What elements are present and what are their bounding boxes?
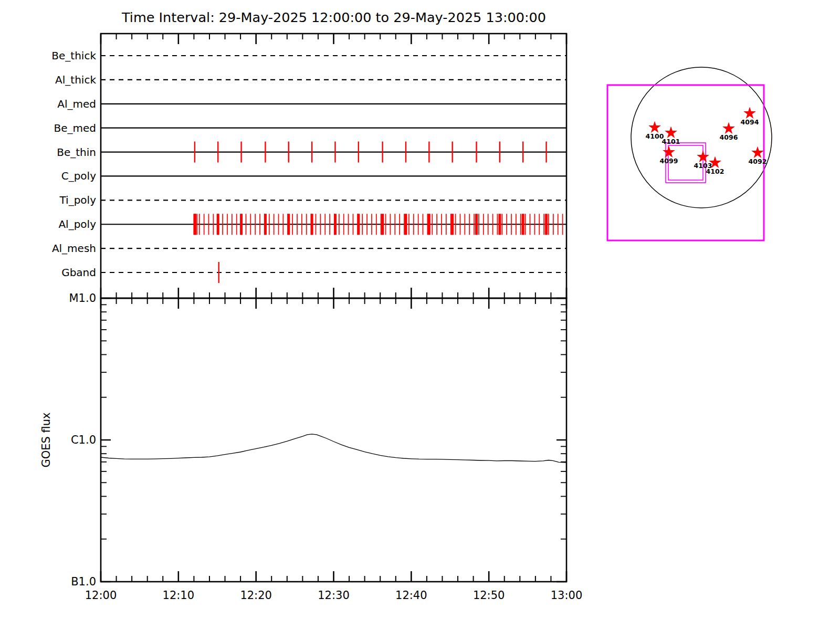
active-region-4094: 4094 bbox=[741, 107, 759, 127]
active-region-star-icon bbox=[665, 127, 677, 139]
active-region-4099: 4099 bbox=[660, 146, 678, 165]
filter-label-Be_med: Be_med bbox=[54, 122, 96, 134]
active-region-star-icon bbox=[663, 146, 675, 158]
goes-xlabel-12:10: 12:10 bbox=[163, 589, 195, 602]
active-region-star-icon bbox=[751, 146, 764, 159]
filter-row-Be_thick: Be_thick bbox=[51, 49, 566, 62]
filter-label-Gband: Gband bbox=[61, 266, 96, 279]
plot-title: Time Interval: 29-May-2025 12:00:00 to 2… bbox=[121, 9, 546, 25]
filter-row-Be_thin: Be_thin bbox=[57, 142, 566, 163]
solar-disk-map: 41004101409941034102409640944092 bbox=[607, 67, 772, 240]
active-region-label-4094: 4094 bbox=[741, 118, 759, 126]
goes-ylabel-C1.0: C1.0 bbox=[71, 434, 96, 446]
active-region-4100: 4100 bbox=[646, 121, 664, 141]
goes-panel-border bbox=[101, 298, 566, 582]
active-region-label-4100: 4100 bbox=[646, 132, 664, 140]
active-region-star-icon bbox=[648, 121, 661, 133]
active-region-4101: 4101 bbox=[662, 127, 680, 146]
goes-y-axis-title: GOES flux bbox=[40, 412, 52, 467]
filter-row-Al_poly: Al_poly bbox=[58, 214, 566, 235]
filter-label-Al_mesh: Al_mesh bbox=[52, 242, 96, 255]
goes-flux-panel: M1.0C1.0B1.012:0012:1012:2012:3012:4012:… bbox=[69, 292, 582, 602]
filter-row-Al_med: Al_med bbox=[57, 98, 566, 110]
filter-label-Al_thick: Al_thick bbox=[55, 74, 96, 86]
filter-label-Al_poly: Al_poly bbox=[58, 218, 96, 230]
filter-label-Be_thick: Be_thick bbox=[51, 49, 96, 62]
filter-label-C_poly: C_poly bbox=[61, 170, 96, 182]
plot-canvas: Time Interval: 29-May-2025 12:00:00 to 2… bbox=[0, 0, 840, 630]
active-region-label-4099: 4099 bbox=[660, 157, 678, 165]
timeline-goes-figure: Time Interval: 29-May-2025 12:00:00 to 2… bbox=[0, 0, 840, 630]
goes-xlabel-12:40: 12:40 bbox=[395, 589, 427, 602]
filter-row-Al_mesh: Al_mesh bbox=[52, 242, 566, 255]
filter-row-Be_med: Be_med bbox=[54, 122, 566, 134]
filter-label-Be_thin: Be_thin bbox=[57, 146, 96, 159]
filter-timeline-panel: Be_thickAl_thickAl_medBe_medBe_thinC_pol… bbox=[51, 34, 566, 298]
active-region-label-4092: 4092 bbox=[749, 158, 767, 165]
goes-ylabel-B1.0: B1.0 bbox=[71, 575, 96, 588]
active-region-label-4096: 4096 bbox=[720, 133, 738, 141]
goes-flux-curve bbox=[101, 434, 566, 463]
filter-label-Ti_poly: Ti_poly bbox=[59, 194, 97, 206]
active-region-label-4101: 4101 bbox=[662, 138, 680, 145]
goes-xlabel-12:50: 12:50 bbox=[473, 589, 505, 602]
active-region-star-icon bbox=[722, 122, 735, 134]
filter-row-Al_thick: Al_thick bbox=[55, 74, 566, 86]
filter-panel-border bbox=[101, 34, 566, 298]
fov-box-0 bbox=[607, 85, 764, 240]
goes-xlabel-12:00: 12:00 bbox=[85, 589, 117, 602]
goes-xlabel-12:20: 12:20 bbox=[240, 589, 272, 602]
goes-xlabel-13:00: 13:00 bbox=[551, 589, 583, 602]
active-region-label-4102: 4102 bbox=[706, 167, 724, 175]
filter-label-Al_med: Al_med bbox=[57, 98, 96, 110]
filter-row-Gband: Gband bbox=[61, 262, 566, 283]
goes-xlabel-12:30: 12:30 bbox=[318, 589, 350, 602]
goes-ylabel-M1.0: M1.0 bbox=[69, 292, 96, 304]
active-region-4096: 4096 bbox=[720, 122, 738, 142]
filter-row-Ti_poly: Ti_poly bbox=[59, 194, 566, 206]
active-region-star-icon bbox=[743, 107, 756, 119]
filter-row-C_poly: C_poly bbox=[61, 170, 566, 182]
